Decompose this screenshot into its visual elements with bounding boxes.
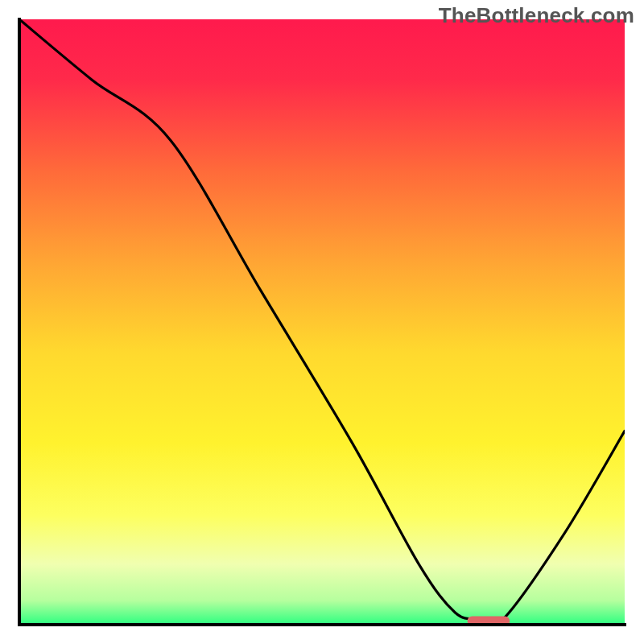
chart-canvas: TheBottleneck.com — [0, 0, 644, 644]
watermark-text: TheBottleneck.com — [439, 3, 634, 28]
sweet-spot-marker — [468, 617, 510, 625]
chart-overlay — [19, 19, 625, 625]
bottleneck-curve — [19, 19, 625, 625]
plot-area — [19, 19, 625, 625]
